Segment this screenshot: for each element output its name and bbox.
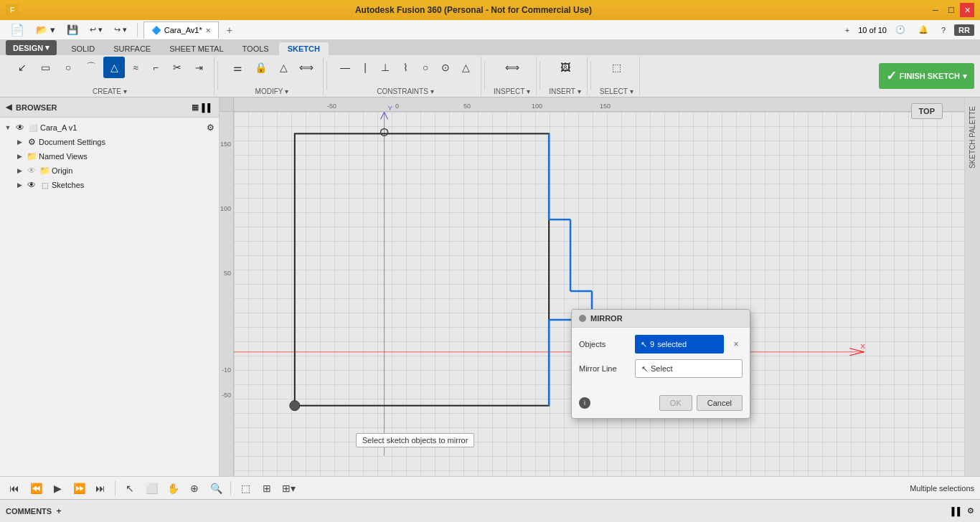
comments-settings-button[interactable]: ⚙ bbox=[967, 506, 974, 516]
maximize-button[interactable]: ☐ bbox=[944, 3, 958, 17]
constraint3-button[interactable]: ⊥ bbox=[376, 57, 395, 78]
help-button[interactable]: ? bbox=[937, 22, 950, 38]
tab-sketch[interactable]: SKETCH bbox=[279, 42, 329, 55]
browser-item-doc-settings[interactable]: ▶ ⚙ Document Settings bbox=[0, 135, 219, 149]
create-arrow[interactable]: ▾ bbox=[123, 87, 127, 95]
finish-sketch-button[interactable]: ✓ FINISH SKETCH ▾ bbox=[879, 63, 974, 89]
comments-add-button[interactable]: + bbox=[56, 506, 62, 516]
ribbon-sep-2 bbox=[326, 62, 327, 90]
browser-item-sketches[interactable]: ▶ 👁 ⬚ Sketches bbox=[0, 178, 219, 192]
tree-icon-visibility[interactable]: 👁 bbox=[14, 122, 26, 133]
comments-collapse-button[interactable]: ▌▌ bbox=[951, 507, 963, 516]
open-file-button[interactable]: 📂 ▾ bbox=[32, 22, 60, 38]
tree-icon-visibility2[interactable]: 👁 bbox=[26, 165, 37, 176]
constraints-arrow[interactable]: ▾ bbox=[430, 87, 434, 95]
offset-button[interactable]: ⇥ bbox=[189, 57, 208, 78]
tree-icon-settings[interactable]: ⚙ bbox=[204, 122, 216, 133]
prev-step-button[interactable]: ⏮ bbox=[6, 480, 23, 497]
add-tab-button[interactable]: + bbox=[222, 22, 237, 38]
constraint4-button[interactable]: ⌇ bbox=[396, 57, 415, 78]
browser-item-origin[interactable]: ▶ 👁 📁 Origin bbox=[0, 163, 219, 178]
sketch-palette-label[interactable]: SKETCH PALETTE bbox=[969, 106, 976, 169]
design-button[interactable]: DESIGN ▾ bbox=[6, 40, 57, 55]
close-button[interactable]: ✕ bbox=[960, 3, 974, 17]
inspect-arrow[interactable]: ▾ bbox=[527, 87, 530, 95]
save-button[interactable]: 💾 bbox=[62, 22, 83, 38]
tree-icon-component: ⬜ bbox=[27, 122, 39, 133]
file-tab[interactable]: 🔷 Cara_Av1* ✕ bbox=[143, 22, 219, 39]
lock-button[interactable]: 🔒 bbox=[250, 57, 271, 78]
fillet-button[interactable]: ⌐ bbox=[146, 57, 165, 78]
dialog-objects-count: 9 bbox=[650, 340, 654, 348]
undo-button[interactable]: ↩ ▾ bbox=[85, 22, 107, 38]
minimize-button[interactable]: ─ bbox=[928, 3, 943, 17]
next-step-button[interactable]: ⏭ bbox=[92, 480, 109, 497]
tab-surface[interactable]: SURFACE bbox=[105, 42, 159, 55]
grid-button[interactable]: ⊞ bbox=[258, 480, 275, 497]
constraint2-button[interactable]: | bbox=[356, 57, 374, 78]
browser-item-cara[interactable]: ▼ 👁 ⬜ Cara_A v1 ⚙ bbox=[0, 120, 219, 135]
next-button[interactable]: ⏩ bbox=[70, 480, 88, 497]
redo-button[interactable]: ↪ ▾ bbox=[110, 22, 131, 38]
ribbon-right: ✓ FINISH SKETCH ▾ bbox=[879, 63, 974, 89]
constraint6-button[interactable]: ⊙ bbox=[436, 57, 455, 78]
display-button[interactable]: ⬚ bbox=[237, 480, 254, 497]
tab-sheet-metal[interactable]: SHEET METAL bbox=[161, 42, 232, 55]
modify-buttons: ⚌ 🔒 △ ⟺ bbox=[227, 57, 317, 78]
mirror-button[interactable]: △ bbox=[103, 57, 125, 78]
dialog-clear-button[interactable]: × bbox=[730, 338, 743, 351]
browser-collapse-button[interactable]: ▌▌ bbox=[202, 103, 213, 112]
add-workspace-button[interactable]: + bbox=[841, 22, 854, 38]
scale-button[interactable]: ⟺ bbox=[296, 57, 317, 78]
tree-icon-visibility3[interactable]: 👁 bbox=[26, 179, 37, 191]
insert-image-button[interactable]: 🖼 bbox=[552, 57, 578, 78]
cancel-button[interactable]: Cancel bbox=[697, 395, 743, 411]
trim-button[interactable]: ✂ bbox=[166, 57, 188, 78]
finish-sketch-label: FINISH SKETCH bbox=[900, 72, 960, 80]
top-view-button[interactable]: TOP bbox=[911, 103, 943, 119]
mirror-dialog: MIRROR Objects ↖ 9 selected × Mirror Lin… bbox=[571, 309, 750, 419]
constraint7-button[interactable]: △ bbox=[456, 57, 475, 78]
play-button[interactable]: ▶ bbox=[49, 480, 66, 497]
pan-button[interactable]: ✋ bbox=[164, 480, 182, 497]
tab-solid[interactable]: SOLID bbox=[62, 42, 103, 55]
tab-close-icon[interactable]: ✕ bbox=[205, 27, 211, 34]
tab-counter: 10 of 10 bbox=[858, 26, 887, 34]
break-button[interactable]: △ bbox=[273, 57, 294, 78]
dialog-objects-select-button[interactable]: ↖ 9 selected bbox=[635, 335, 724, 353]
grid-options-button[interactable]: ⊞▾ bbox=[280, 480, 297, 497]
move-button[interactable]: ⚌ bbox=[227, 57, 248, 78]
browser-tree: ▼ 👁 ⬜ Cara_A v1 ⚙ ▶ ⚙ Document Settings … bbox=[0, 118, 219, 195]
constraint1-button[interactable]: — bbox=[336, 57, 354, 78]
notifications-button[interactable]: 🔔 bbox=[914, 22, 933, 38]
tab-tools[interactable]: TOOLS bbox=[234, 42, 278, 55]
browser-item-named-views[interactable]: ▶ 📁 Named Views bbox=[0, 149, 219, 163]
circle-button[interactable]: ○ bbox=[57, 57, 79, 78]
line-tool-group: ↙ bbox=[11, 57, 33, 78]
new-file-button[interactable]: 📄 bbox=[6, 22, 29, 38]
title-left: F bbox=[6, 4, 19, 16]
info-icon[interactable]: i bbox=[579, 397, 590, 409]
select-arrow[interactable]: ▾ bbox=[630, 87, 633, 95]
line-button[interactable]: ↙ bbox=[11, 57, 33, 78]
prev-button[interactable]: ⏪ bbox=[27, 480, 44, 497]
constraint5-button[interactable]: ○ bbox=[416, 57, 435, 78]
canvas-area[interactable]: -50 0 50 100 150 150 100 50 -10 -50 bbox=[220, 98, 964, 476]
rectangle-button[interactable]: ▭ bbox=[34, 57, 56, 78]
insert-arrow[interactable]: ▾ bbox=[578, 87, 581, 95]
screen-record-button[interactable]: ⬜ bbox=[143, 480, 160, 497]
inspect-button[interactable]: ⟺ bbox=[499, 57, 525, 78]
dialog-mirror-line-select-button[interactable]: ↖ Select bbox=[635, 359, 743, 378]
arc-button[interactable]: ⌒ bbox=[80, 57, 102, 78]
select-button[interactable]: ⬚ bbox=[603, 57, 629, 78]
browser-expand-button[interactable]: ▦ bbox=[192, 103, 199, 112]
cursor-tool-button[interactable]: ↖ bbox=[121, 480, 138, 497]
ok-button[interactable]: OK bbox=[659, 395, 692, 411]
history-button[interactable]: 🕐 bbox=[891, 22, 910, 38]
browser-nav-back[interactable]: ◀ bbox=[6, 103, 11, 112]
zoom-fit-button[interactable]: ⊕ bbox=[186, 480, 203, 497]
spline-button[interactable]: ≈ bbox=[126, 57, 145, 78]
zoom-button[interactable]: 🔍 bbox=[207, 480, 225, 497]
modify-arrow[interactable]: ▾ bbox=[285, 87, 288, 95]
constraints-buttons: — | ⊥ ⌇ ○ ⊙ △ bbox=[336, 57, 475, 78]
